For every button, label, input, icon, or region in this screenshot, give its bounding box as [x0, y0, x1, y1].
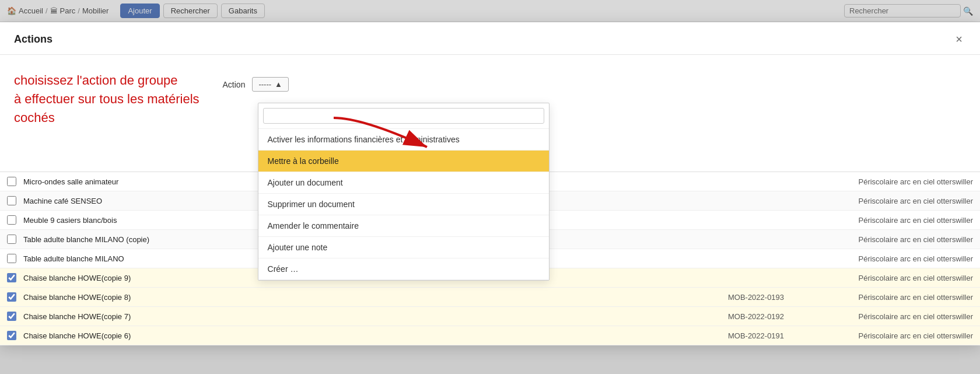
- modal-overlay: Actions × choisissez l'action de groupeà…: [0, 0, 980, 22]
